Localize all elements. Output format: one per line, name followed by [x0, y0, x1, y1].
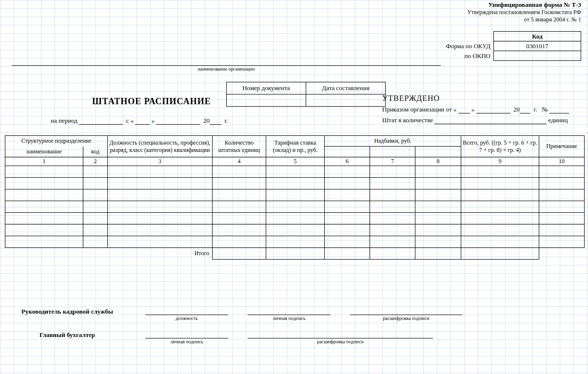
order-month-field[interactable] — [476, 113, 510, 113]
table-cell[interactable] — [539, 201, 585, 213]
table-cell[interactable] — [461, 201, 539, 213]
table-cell[interactable] — [108, 178, 213, 189]
table-cell[interactable] — [213, 201, 266, 213]
itogo-a2[interactable] — [370, 248, 415, 260]
okud-value[interactable]: 0301017 — [494, 41, 581, 51]
table-cell[interactable] — [370, 178, 415, 189]
table-cell[interactable] — [539, 166, 585, 178]
table-cell[interactable] — [83, 224, 108, 236]
table-cell[interactable] — [83, 236, 108, 248]
doc-date-field[interactable] — [306, 94, 386, 107]
itogo-qty[interactable] — [213, 248, 266, 260]
order-no-field[interactable] — [549, 113, 569, 113]
table-cell[interactable] — [108, 213, 213, 224]
table-cell[interactable] — [325, 189, 370, 201]
table-cell[interactable] — [461, 224, 539, 236]
form-approved-date: от 5 января 2004 г. № 1 — [2, 16, 585, 23]
period-month-field[interactable] — [156, 124, 200, 125]
org-name-field[interactable] — [12, 64, 441, 66]
table-cell[interactable] — [5, 236, 83, 248]
table-cell[interactable] — [5, 213, 83, 224]
period-year-field[interactable] — [210, 124, 221, 125]
table-cell[interactable] — [370, 201, 415, 213]
hr-decipher-field[interactable] — [350, 314, 462, 315]
itogo-a1[interactable] — [325, 248, 370, 260]
table-cell[interactable] — [539, 189, 585, 201]
table-cell[interactable] — [108, 166, 213, 178]
table-cell[interactable] — [266, 201, 325, 213]
table-cell[interactable] — [266, 166, 325, 178]
table-cell[interactable] — [5, 224, 83, 236]
approved-order-line: Приказом организации от « » 20 г. № — [382, 106, 588, 113]
table-cell[interactable] — [5, 166, 83, 178]
table-cell[interactable] — [266, 236, 325, 248]
table-cell[interactable] — [213, 224, 266, 236]
table-cell[interactable] — [108, 224, 213, 236]
table-cell[interactable] — [5, 178, 83, 189]
table-cell[interactable] — [415, 178, 461, 189]
table-cell[interactable] — [539, 213, 585, 224]
acc-decipher-field[interactable] — [248, 337, 433, 338]
table-cell[interactable] — [83, 201, 108, 213]
order-year-field[interactable] — [520, 113, 530, 113]
doc-date-header: Дата составления — [306, 82, 386, 94]
table-cell[interactable] — [108, 236, 213, 248]
table-cell[interactable] — [461, 189, 539, 201]
period-value-field[interactable] — [79, 124, 123, 125]
table-cell[interactable] — [461, 213, 539, 224]
okpo-value[interactable] — [494, 51, 581, 61]
table-cell[interactable] — [325, 224, 370, 236]
table-cell[interactable] — [539, 236, 585, 248]
table-cell[interactable] — [5, 189, 83, 201]
table-cell[interactable] — [5, 201, 83, 213]
table-cell[interactable] — [461, 178, 539, 189]
hr-sign-field[interactable] — [248, 314, 331, 315]
period-day-field[interactable] — [135, 124, 150, 125]
table-cell[interactable] — [461, 236, 539, 248]
table-cell[interactable] — [415, 213, 461, 224]
staff-count-field[interactable] — [434, 124, 547, 124]
table-cell[interactable] — [83, 178, 108, 189]
table-cell[interactable] — [325, 213, 370, 224]
table-cell[interactable] — [83, 166, 108, 178]
table-cell[interactable] — [83, 213, 108, 224]
itogo-a3[interactable] — [415, 248, 461, 260]
table-cell[interactable] — [108, 189, 213, 201]
table-cell[interactable] — [266, 213, 325, 224]
table-cell[interactable] — [415, 166, 461, 178]
table-cell[interactable] — [213, 213, 266, 224]
table-cell[interactable] — [539, 224, 585, 236]
table-cell[interactable] — [213, 189, 266, 201]
itogo-rate[interactable] — [266, 248, 325, 260]
table-cell[interactable] — [266, 189, 325, 201]
table-cell[interactable] — [539, 178, 585, 189]
table-cell[interactable] — [325, 178, 370, 189]
table-cell[interactable] — [266, 178, 325, 189]
table-cell[interactable] — [325, 166, 370, 178]
table-cell[interactable] — [370, 236, 415, 248]
table-cell[interactable] — [325, 201, 370, 213]
table-cell[interactable] — [370, 189, 415, 201]
table-cell[interactable] — [370, 166, 415, 178]
table-cell[interactable] — [108, 201, 213, 213]
table-cell[interactable] — [370, 224, 415, 236]
acc-sign-field[interactable] — [145, 337, 228, 338]
period-close-quote: » — [152, 117, 155, 124]
table-cell[interactable] — [83, 189, 108, 201]
table-cell[interactable] — [213, 166, 266, 178]
table-cell[interactable] — [266, 224, 325, 236]
table-cell[interactable] — [325, 236, 370, 248]
order-day-field[interactable] — [458, 113, 470, 113]
table-cell[interactable] — [415, 189, 461, 201]
table-cell[interactable] — [415, 201, 461, 213]
itogo-total[interactable] — [461, 248, 539, 260]
table-cell[interactable] — [213, 178, 266, 189]
hr-position-field[interactable] — [145, 314, 228, 315]
colnum-1: 1 — [5, 157, 83, 166]
table-cell[interactable] — [370, 213, 415, 224]
table-cell[interactable] — [415, 236, 461, 248]
table-cell[interactable] — [415, 224, 461, 236]
doc-number-field[interactable] — [227, 94, 306, 107]
table-cell[interactable] — [461, 166, 539, 178]
table-cell[interactable] — [213, 236, 266, 248]
